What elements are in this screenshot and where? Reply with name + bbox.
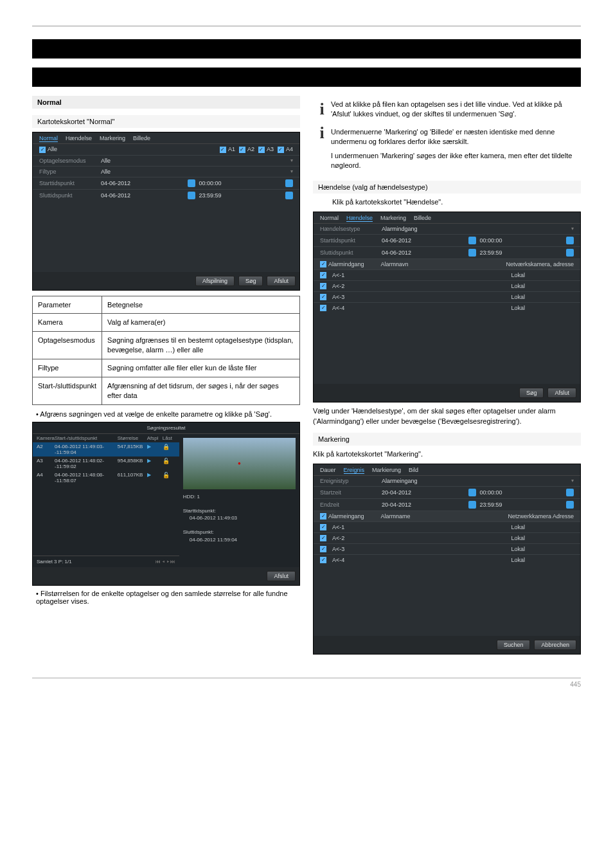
sr-total: Samlet 3 P: 1/1 <box>37 559 72 565</box>
tab-marking[interactable]: Markering <box>380 215 406 222</box>
sr-row-1[interactable]: A2 04-06-2012 11:49:03--11:59:04 547,815… <box>33 442 179 457</box>
search-button[interactable]: Søg <box>519 388 544 398</box>
close-button[interactable]: Afslut <box>547 388 576 398</box>
clock-icon[interactable] <box>285 179 293 187</box>
clock-icon[interactable] <box>566 489 574 496</box>
calendar-icon[interactable] <box>468 249 476 257</box>
tab-picture[interactable]: Billede <box>414 215 431 222</box>
alarm-row-3[interactable]: A<-3Lokal <box>314 291 580 302</box>
pv-filetype: Søgning omfatter alle filer eller kun de… <box>102 359 300 377</box>
dropdown-icon[interactable]: ▾ <box>571 478 574 484</box>
filetype-val[interactable]: Alle <box>101 168 287 175</box>
pv-time: Afgrænsning af det tidsrum, der søges i,… <box>102 377 300 404</box>
dropdown-icon[interactable]: ▾ <box>290 158 293 163</box>
et-lbl: Sluttidspunkt: <box>183 529 296 536</box>
tab-normal[interactable]: Normal <box>39 135 58 142</box>
start-date[interactable]: 04-06-2012 <box>101 180 184 186</box>
panel-empty <box>314 565 580 636</box>
chk-alarm-header[interactable]: Alarmindgang <box>320 261 364 268</box>
chk-a1[interactable]: A1 <box>220 146 235 153</box>
tab-dauer[interactable]: Dauer <box>320 467 336 474</box>
panel-empty <box>314 313 580 384</box>
end-date[interactable]: 04-06-2012 <box>101 192 184 199</box>
alarm-row-1[interactable]: A<-1Lokal <box>314 269 580 280</box>
end-time[interactable]: 23:59:59 <box>199 192 282 199</box>
alarm-row-4[interactable]: A<-4Lokal <box>314 554 580 565</box>
play-icon[interactable]: ▶ <box>146 472 161 484</box>
clock-icon[interactable] <box>566 501 574 509</box>
row-start: Startzeit 20-04-2012 00:00:00 <box>314 486 580 498</box>
calendar-icon[interactable] <box>468 489 476 496</box>
search-button[interactable]: Søg <box>238 276 263 286</box>
st-val: 04-06-2012 11:49:03 <box>183 514 296 521</box>
calendar-icon[interactable] <box>468 501 476 509</box>
alarm-row-2[interactable]: A<-2Lokal <box>314 280 580 291</box>
calendar-icon[interactable] <box>188 179 195 187</box>
tab-markierung[interactable]: Markierung <box>372 467 401 474</box>
play-button[interactable]: Afspilning <box>195 276 235 286</box>
search-result-panel: Søgningsresultat Kamera Start-/sluttidsp… <box>32 422 300 586</box>
pager[interactable]: ⏮ ◀ ▶ ⏭ <box>155 559 175 565</box>
row-end: Sluttidspunkt 04-06-2012 23:59:59 <box>314 246 580 258</box>
lock-icon[interactable]: 🔓 <box>161 458 177 469</box>
calendar-icon[interactable] <box>188 192 195 199</box>
h-cam: Kamera <box>35 435 53 441</box>
search-button[interactable]: Suchen <box>497 640 531 650</box>
lock-icon[interactable]: 🔓 <box>161 472 177 484</box>
h-lock: Låst <box>161 435 177 441</box>
panel-tabs: Dauer Ereignis Markierung Bild <box>314 464 580 476</box>
sr-row-3[interactable]: A4 04-06-2012 11:48:08--11:58:07 611,107… <box>33 471 179 485</box>
bullet-1: • Afgræns søgningen ved at vælge de enke… <box>36 410 300 418</box>
sr-row-2[interactable]: A3 04-06-2012 11:48:02--11:59:02 954,858… <box>33 457 179 471</box>
info-block-2: i Undermenuerne 'Markering' og 'Billede'… <box>313 123 581 175</box>
info-text-2: Undermenuerne 'Markering' og 'Billede' e… <box>331 123 581 175</box>
recmode-val[interactable]: Alle <box>101 158 287 164</box>
main-columns: Normal Kartotekskortet "Normal" Normal H… <box>32 96 581 658</box>
preview-thumbnail[interactable]: ● <box>183 438 296 489</box>
alarm-row-3[interactable]: A<-3Lokal <box>314 543 580 554</box>
alarm-header-row: Alarmindgang Alarmnavn Netværkskamera, a… <box>314 258 580 270</box>
chk-a3[interactable]: A3 <box>258 146 274 153</box>
tab-picture[interactable]: Billede <box>133 135 150 142</box>
page-footer: 445 <box>32 678 581 688</box>
alarm-row-2[interactable]: A<-2Lokal <box>314 532 580 543</box>
alarm-row-4[interactable]: A<-4Lokal <box>314 302 580 313</box>
row-end: Sluttidspunkt 04-06-2012 23:59:59 <box>33 189 299 201</box>
lock-icon[interactable]: 🔒 <box>161 444 177 455</box>
tab-marking[interactable]: Markering <box>100 135 125 142</box>
pn-recmode: Optagelsesmodus <box>33 332 102 359</box>
play-icon[interactable]: ▶ <box>146 458 161 469</box>
tab-ereignis[interactable]: Ereignis <box>344 467 365 474</box>
pn-time: Start-/sluttidspunkt <box>33 377 102 404</box>
chk-a2[interactable]: A2 <box>239 146 254 153</box>
right-column: i Ved at klikke på filen kan optagelsen … <box>313 96 581 658</box>
clock-icon[interactable] <box>566 237 574 244</box>
tab-event[interactable]: Hændelse <box>66 135 92 142</box>
info-text-1: Ved at klikke på filen kan optagelsen se… <box>331 100 581 120</box>
play-icon[interactable]: ▶ <box>146 444 161 455</box>
chk-alarm-header[interactable]: Alarmeingang <box>320 513 364 520</box>
dropdown-icon[interactable]: ▾ <box>290 168 293 174</box>
chk-a4[interactable]: A4 <box>278 146 293 153</box>
dropdown-icon[interactable]: ▾ <box>571 226 574 231</box>
calendar-icon[interactable] <box>468 237 476 244</box>
start-time[interactable]: 00:00:00 <box>199 180 282 186</box>
chk-all[interactable]: Alle <box>39 146 57 153</box>
panel-tabs: Normal Hændelse Markering Billede <box>33 132 299 144</box>
param-table: Parameter Betegnelse Kamera Valg af kame… <box>32 296 300 405</box>
info-icon: i <box>313 100 331 120</box>
alarm-row-1[interactable]: A<-1Lokal <box>314 521 580 532</box>
clock-icon[interactable] <box>566 249 574 257</box>
tab-normal[interactable]: Normal <box>320 215 339 222</box>
close-button[interactable]: Afslut <box>267 276 296 286</box>
sr-empty <box>33 485 179 556</box>
close-button[interactable]: Abbrechen <box>534 640 576 650</box>
row-evtype: Ereignistyp Alarmeingang ▾ <box>314 476 580 486</box>
tab-event[interactable]: Hændelse <box>346 215 373 222</box>
row-filetype: Filtype Alle ▾ <box>33 166 299 177</box>
sr-close-button[interactable]: Afslut <box>267 571 296 581</box>
panel-footer: Afspilning Søg Afslut <box>33 272 299 290</box>
tab-bild[interactable]: Bild <box>409 467 418 474</box>
clock-icon[interactable] <box>285 192 293 199</box>
start-label: Starttidspunkt <box>39 180 97 186</box>
